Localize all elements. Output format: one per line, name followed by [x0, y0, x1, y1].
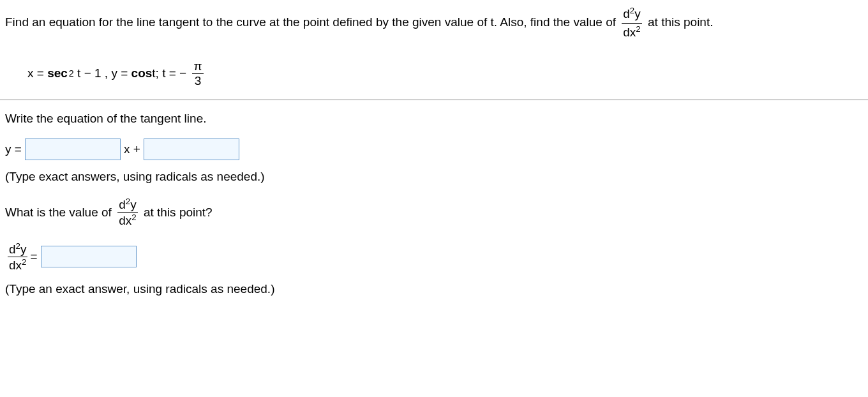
hint2: (Type an exact answer, using radicals as…	[5, 282, 863, 296]
x-plus-label: x +	[124, 142, 140, 156]
slope-input[interactable]	[25, 139, 121, 160]
problem-statement: Find an equation for the line tangent to…	[5, 5, 863, 41]
parametric-equations: x = sec 2 t − 1 , y = cos t; t = − π 3	[27, 59, 863, 88]
d2y-dx2-fraction-2: d2y dx2	[117, 197, 137, 228]
second-derivative-answer: d2y dx2 =	[5, 241, 863, 273]
second-derivative-input[interactable]	[41, 246, 137, 267]
y-equals-label: y =	[5, 142, 22, 156]
tangent-line-prompt: Write the equation of the tangent line.	[5, 112, 863, 126]
d2y-dx2-fraction-3: d2y dx2	[8, 241, 27, 273]
statement-part2: at this point.	[648, 15, 713, 29]
pi-over-3: π 3	[192, 59, 203, 88]
second-derivative-prompt: What is the value of d2y dx2 at this poi…	[5, 197, 863, 228]
tangent-line-answer: y = x +	[5, 139, 863, 160]
intercept-input[interactable]	[144, 139, 239, 160]
equals-label: =	[30, 250, 37, 264]
hint1: (Type exact answers, using radicals as n…	[5, 170, 863, 184]
section-divider	[0, 100, 868, 100]
statement-part1: Find an equation for the line tangent to…	[5, 15, 619, 29]
d2y-dx2-fraction: d2y dx2	[622, 5, 641, 41]
